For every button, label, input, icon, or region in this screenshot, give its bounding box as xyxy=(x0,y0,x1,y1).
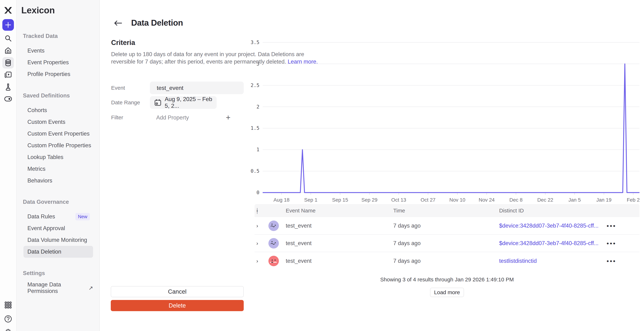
user-avatar xyxy=(268,221,279,231)
experiments-icon[interactable] xyxy=(2,81,14,93)
sidebar-item-custom-events[interactable]: Custom Events xyxy=(24,116,93,128)
x-axis-tick-label: Sep 1 xyxy=(304,197,317,203)
sidebar-item-label: Manage Data Permissions xyxy=(28,281,86,294)
calendar-icon xyxy=(154,99,162,106)
table-row: ›test_event7 days ago$device:3428dd07-3e… xyxy=(254,235,640,252)
sidebar-item-behaviors[interactable]: Behaviors xyxy=(24,175,93,187)
cancel-button[interactable]: Cancel xyxy=(111,286,244,297)
user-avatar xyxy=(268,256,279,266)
help-icon[interactable] xyxy=(2,313,14,325)
search-icon[interactable] xyxy=(2,33,14,44)
chevron-right-icon[interactable]: › xyxy=(256,258,258,264)
x-axis-tick-label: Sep 15 xyxy=(332,197,348,203)
sidebar-item-label: Custom Events xyxy=(28,119,65,125)
y-axis-tick-label: 2 xyxy=(256,104,260,110)
events-table: ↓↑ Event Name Time Distinct ID ›test_eve… xyxy=(254,204,640,297)
x-axis-tick-label: Oct 27 xyxy=(421,197,436,203)
table-rows: ›test_event7 days ago$device:3428dd07-3e… xyxy=(254,217,640,270)
x-axis-tick-label: Oct 13 xyxy=(391,197,406,203)
cell-distinct-id-link[interactable]: $device:3428dd07-3eb7-4f40-8285-cff... xyxy=(499,240,598,246)
row-menu-ellipsis-icon[interactable]: ••• xyxy=(607,257,616,264)
cell-distinct-id-link[interactable]: $device:3428dd07-3eb7-4f40-8285-cff... xyxy=(499,222,598,229)
column-header-time: Time xyxy=(393,208,405,214)
add-property-placeholder[interactable]: Add Property xyxy=(156,114,189,121)
sidebar-item-label: Lookup Tables xyxy=(28,154,63,160)
mixpanel-logo[interactable] xyxy=(2,5,14,16)
cell-event-name: test_event xyxy=(286,240,312,246)
sidebar-item-label: Event Approval xyxy=(28,225,65,232)
boards-icon[interactable] xyxy=(2,69,14,81)
back-arrow-button[interactable] xyxy=(113,18,123,28)
chart-svg: 00.511.522.533.5Aug 18Sep 1Sep 15Sep 29O… xyxy=(249,38,644,204)
x-axis-tick-label: Jan 5 xyxy=(568,197,581,203)
x-axis-tick-label: Nov 10 xyxy=(449,197,466,203)
cell-event-name: test_event xyxy=(286,258,312,264)
create-plus-button[interactable] xyxy=(2,19,14,31)
sidebar-item-events[interactable]: Events xyxy=(24,45,93,57)
table-header-row: ↓↑ Event Name Time Distinct ID xyxy=(254,204,640,217)
sidebar-item-event-approval[interactable]: Event Approval xyxy=(24,222,93,234)
sidebar-section-label: Saved Definitions xyxy=(23,92,70,99)
sidebar-item-label: Custom Event Properties xyxy=(28,131,90,137)
results-summary: Showing 3 of 4 results through Jan 29 20… xyxy=(254,276,640,283)
data-management-icon[interactable] xyxy=(2,57,14,69)
sidebar-item-label: Cohorts xyxy=(28,107,47,114)
sidebar-item-metrics[interactable]: Metrics xyxy=(24,163,93,175)
chevron-right-icon[interactable]: › xyxy=(256,240,258,246)
cell-distinct-id-link[interactable]: testlistdistinctid xyxy=(499,258,537,264)
sidebar-item-label: Behaviors xyxy=(28,177,52,184)
sidebar-item-lookup-tables[interactable]: Lookup Tables xyxy=(24,151,93,163)
add-filter-plus-icon[interactable]: + xyxy=(226,113,230,122)
sidebar-item-data-volume-monitoring[interactable]: Data Volume Monitoring xyxy=(24,234,93,246)
y-axis-tick-label: 2.5 xyxy=(250,83,260,88)
y-axis-tick-label: 0.5 xyxy=(250,168,260,174)
y-axis-tick-label: 3.5 xyxy=(250,40,260,45)
apps-grid-icon[interactable] xyxy=(2,299,14,311)
date-range-picker[interactable]: Aug 9, 2025 – Feb 5, 2... xyxy=(150,96,217,109)
chevron-right-icon[interactable]: › xyxy=(256,223,258,229)
page-title: Data Deletion xyxy=(131,18,183,28)
sidebar-item-custom-event-properties[interactable]: Custom Event Properties xyxy=(24,128,93,140)
column-header-event-name: Event Name xyxy=(286,208,316,214)
sidebar-item-data-rules[interactable]: Data RulesNew xyxy=(24,211,93,222)
sidebar-item-event-properties[interactable]: Event Properties xyxy=(24,57,93,68)
home-icon[interactable] xyxy=(2,45,14,56)
sidebar-item-cohorts[interactable]: Cohorts xyxy=(24,104,93,116)
row-menu-ellipsis-icon[interactable]: ••• xyxy=(607,222,616,229)
x-axis-tick-label: Aug 18 xyxy=(274,197,290,203)
cell-event-name: test_event xyxy=(286,222,312,229)
external-link-icon: ↗ xyxy=(88,285,93,291)
settings-gear-icon[interactable] xyxy=(2,327,14,331)
date-range-field-label: Date Range xyxy=(111,99,140,106)
sidebar-item-custom-profile-properties[interactable]: Custom Profile Properties xyxy=(24,140,93,151)
table-row: ›test_event7 days agotestlistdistinctid•… xyxy=(254,252,640,270)
load-more-button[interactable]: Load more xyxy=(430,288,464,297)
lexicon-sidebar: Lexicon Tracked DataEventsEvent Properti… xyxy=(16,0,100,331)
sidebar-item-data-deletion[interactable]: Data Deletion xyxy=(24,246,93,258)
x-axis-tick-label: Jan 19 xyxy=(596,197,612,203)
sidebar-item-label: Profile Properties xyxy=(28,71,70,77)
x-axis-tick-label: Sep 29 xyxy=(362,197,378,203)
sidebar-item-profile-properties[interactable]: Profile Properties xyxy=(24,68,93,80)
event-input-value: test_event xyxy=(157,85,184,91)
delete-button[interactable]: Delete xyxy=(111,300,244,311)
filter-field-label: Filter xyxy=(111,114,123,121)
feature-flags-icon[interactable] xyxy=(2,93,14,105)
sidebar-item-label: Data Rules xyxy=(28,213,55,220)
sidebar-item-label: Data Deletion xyxy=(28,248,61,255)
sort-arrows-icon[interactable]: ↓↑ xyxy=(256,207,258,214)
table-row: ›test_event7 days ago$device:3428dd07-3e… xyxy=(254,217,640,235)
cell-time: 7 days ago xyxy=(393,240,421,246)
y-axis-tick-label: 1.5 xyxy=(250,125,260,131)
event-volume-chart: 00.511.522.533.5Aug 18Sep 1Sep 15Sep 29O… xyxy=(249,38,644,205)
column-header-distinct-id: Distinct ID xyxy=(499,208,524,214)
row-menu-ellipsis-icon[interactable]: ••• xyxy=(607,240,616,247)
event-field-label: Event xyxy=(111,85,125,91)
sidebar-section-label: Settings xyxy=(23,270,45,276)
event-input[interactable]: test_event xyxy=(150,82,244,94)
y-axis-tick-label: 0 xyxy=(256,190,260,195)
sidebar-item-manage-data-permissions[interactable]: Manage Data Permissions↗ xyxy=(24,282,93,294)
user-avatar xyxy=(268,238,279,248)
date-range-value: Aug 9, 2025 – Feb 5, 2... xyxy=(165,96,217,109)
sidebar-section-label: Data Governance xyxy=(23,199,69,205)
